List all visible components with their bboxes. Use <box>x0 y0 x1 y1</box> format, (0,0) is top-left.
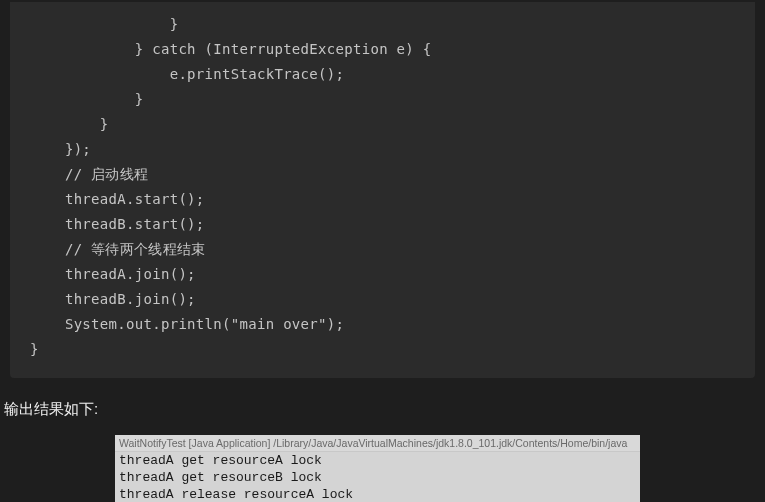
code-line: // 等待两个线程结束 <box>30 237 735 262</box>
code-line: } <box>30 87 735 112</box>
code-block: } } catch (InterruptedException e) { e.p… <box>10 2 755 378</box>
code-line: threadA.join(); <box>30 262 735 287</box>
code-line: } catch (InterruptedException e) { <box>30 37 735 62</box>
code-line: } <box>30 12 735 37</box>
console-line: threadA release resourceA lock <box>115 486 640 502</box>
code-line: threadB.start(); <box>30 212 735 237</box>
output-label: 输出结果如下: <box>4 400 765 419</box>
code-line: threadB.join(); <box>30 287 735 312</box>
console-line: threadA get resourceB lock <box>115 469 640 486</box>
code-line: System.out.println("main over"); <box>30 312 735 337</box>
code-line: e.printStackTrace(); <box>30 62 735 87</box>
code-line: threadA.start(); <box>30 187 735 212</box>
code-line: } <box>30 337 735 362</box>
console-line: threadA get resourceA lock <box>115 452 640 469</box>
code-line: } <box>30 112 735 137</box>
console-header: WaitNotifyTest [Java Application] /Libra… <box>115 435 640 452</box>
code-line: }); <box>30 137 735 162</box>
console-output: WaitNotifyTest [Java Application] /Libra… <box>115 435 640 502</box>
code-line: // 启动线程 <box>30 162 735 187</box>
